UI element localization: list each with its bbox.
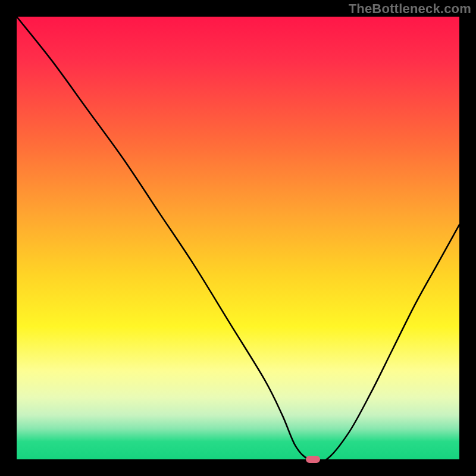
chart-frame: TheBottleneck.com	[0, 0, 476, 476]
plot-area	[17, 17, 459, 459]
curve-svg	[17, 17, 459, 459]
watermark-text: TheBottleneck.com	[349, 1, 471, 17]
optimum-marker	[306, 456, 320, 463]
bottleneck-curve-path	[17, 17, 459, 459]
